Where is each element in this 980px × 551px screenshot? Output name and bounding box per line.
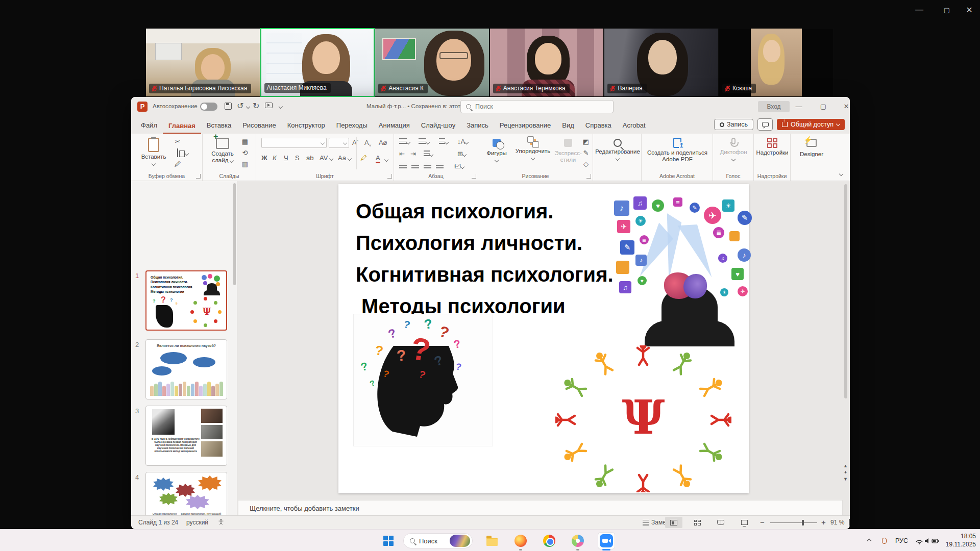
zoom-percent[interactable]: 91 % bbox=[830, 519, 844, 526]
font-size-combo[interactable] bbox=[329, 138, 349, 148]
tab-slideshow[interactable]: Слайд-шоу bbox=[415, 118, 461, 134]
align-right-button[interactable] bbox=[424, 162, 431, 170]
language-switcher[interactable]: РУС bbox=[895, 530, 908, 551]
video-tile[interactable]: Валерия bbox=[604, 28, 719, 97]
video-tile-active-speaker[interactable]: Анастасия Микляева bbox=[260, 28, 375, 97]
strikethrough-button[interactable]: ab bbox=[306, 154, 313, 162]
ppt-restore-button[interactable]: ▢ bbox=[816, 101, 831, 112]
dictate-button[interactable]: Диктофон bbox=[715, 138, 752, 162]
tab-view[interactable]: Вид bbox=[556, 118, 580, 134]
grow-font-button[interactable]: A^ bbox=[352, 139, 358, 146]
font-color-button[interactable]: A bbox=[376, 154, 380, 163]
split-handle-icon[interactable]: ✦ bbox=[842, 469, 849, 476]
columns-button[interactable] bbox=[424, 150, 433, 158]
accessibility-status[interactable] bbox=[218, 519, 227, 525]
slide-thumbnail-2[interactable]: Является ли психология наукой? bbox=[145, 339, 227, 399]
slide-title-text[interactable]: Общая психология.Психология личности.Ког… bbox=[356, 195, 614, 322]
line-spacing-button[interactable] bbox=[439, 138, 448, 145]
collapse-ribbon-chevron-icon[interactable] bbox=[839, 172, 843, 176]
brain-icons-image[interactable]: ♪♫♥✈☀✎≣♪♫♥✈☀✎≣♪♫♥✈☀✎≣ bbox=[613, 193, 751, 342]
change-case-button[interactable]: Aa bbox=[338, 154, 351, 162]
arrange-button[interactable]: Упорядочить bbox=[513, 139, 553, 161]
reset-slide-button[interactable]: ⟲ bbox=[240, 149, 250, 157]
start-slideshow-icon[interactable] bbox=[265, 103, 273, 108]
undo-icon[interactable]: ↺ bbox=[237, 101, 243, 111]
signin-button[interactable]: Вход bbox=[758, 101, 790, 112]
slideshow-view-button[interactable] bbox=[736, 517, 753, 528]
record-button[interactable]: Запись bbox=[714, 119, 753, 130]
comments-button[interactable] bbox=[757, 118, 773, 131]
slide-scrollbar[interactable] bbox=[844, 184, 847, 460]
zoom-out-button[interactable]: − bbox=[760, 518, 765, 527]
fit-to-window-button[interactable] bbox=[849, 519, 850, 527]
underline-button[interactable]: Ч bbox=[284, 154, 288, 162]
zoom-maximize-button[interactable]: ▢ bbox=[939, 6, 954, 14]
tab-animations[interactable]: Анимация bbox=[373, 118, 415, 134]
zoom-minimize-button[interactable]: — bbox=[912, 5, 927, 14]
taskbar-search-box[interactable]: Поиск bbox=[403, 533, 473, 548]
ppt-minimize-button[interactable]: — bbox=[791, 101, 806, 112]
zoom-app-button[interactable] bbox=[598, 533, 615, 549]
ppt-close-button[interactable]: ✕ bbox=[839, 101, 850, 112]
zoom-slider-thumb[interactable] bbox=[802, 520, 804, 525]
video-tile[interactable]: Наталья Борисовна Лисовская bbox=[145, 28, 260, 97]
paint-button[interactable] bbox=[570, 533, 586, 549]
format-painter-button[interactable]: 🖉 bbox=[173, 160, 182, 168]
text-direction-button[interactable]: ↕A bbox=[457, 138, 468, 145]
tab-record[interactable]: Запись bbox=[461, 118, 494, 134]
quick-styles-button[interactable]: Экспресс-стили bbox=[554, 139, 582, 163]
slide-layout-button[interactable]: ▤ bbox=[240, 138, 250, 146]
tab-draw[interactable]: Рисование bbox=[237, 118, 281, 134]
autosave-toggle[interactable] bbox=[200, 103, 217, 111]
save-icon[interactable] bbox=[225, 103, 232, 110]
firefox-button[interactable] bbox=[512, 533, 529, 549]
zoom-slider[interactable] bbox=[770, 522, 817, 523]
system-tray-icons[interactable] bbox=[916, 530, 939, 551]
paragraph-dialog-launcher[interactable] bbox=[472, 174, 476, 179]
tray-expand-button[interactable] bbox=[868, 530, 871, 551]
bullets-button[interactable] bbox=[399, 138, 410, 145]
shape-outline-button[interactable]: ✎ bbox=[581, 149, 591, 157]
character-spacing-button[interactable]: AV bbox=[320, 154, 333, 162]
notes-pane[interactable]: Щелкните, чтобы добавить заметки bbox=[238, 500, 843, 517]
bold-button[interactable]: Ж bbox=[261, 154, 267, 162]
tab-design[interactable]: Конструктор bbox=[282, 118, 331, 134]
video-tile[interactable]: Анастасия К bbox=[375, 28, 489, 97]
increase-indent-button[interactable]: ⇥ bbox=[410, 150, 416, 158]
clear-formatting-button[interactable]: A⌀ bbox=[379, 139, 387, 146]
section-button[interactable]: ▦ bbox=[240, 160, 250, 168]
tab-help[interactable]: Справка bbox=[580, 118, 617, 134]
video-tile[interactable]: Анастасия Теремкова bbox=[489, 28, 604, 97]
shape-effects-button[interactable]: ◇ bbox=[581, 160, 591, 168]
tab-transitions[interactable]: Переходы bbox=[331, 118, 373, 134]
new-slide-button[interactable]: Создатьслайд bbox=[208, 138, 237, 164]
paste-button[interactable]: Вставить bbox=[138, 138, 169, 167]
highlight-button[interactable]: 🖍 bbox=[360, 154, 367, 162]
reading-view-button[interactable] bbox=[712, 517, 729, 528]
shape-fill-button[interactable]: ◩ bbox=[581, 138, 591, 146]
video-tile[interactable]: Ксюша bbox=[719, 28, 834, 97]
tab-acrobat[interactable]: Acrobat bbox=[617, 118, 651, 134]
shadow-button[interactable]: S bbox=[295, 154, 300, 162]
ppt-search-box[interactable]: Поиск bbox=[460, 100, 614, 113]
zoom-in-button[interactable]: + bbox=[821, 518, 826, 527]
qat-customize-chevron-icon[interactable] bbox=[279, 105, 283, 109]
designer-button[interactable]: Designer bbox=[794, 139, 829, 158]
decrease-indent-button[interactable]: ⇤ bbox=[399, 150, 405, 158]
chrome-button[interactable] bbox=[541, 533, 557, 549]
addins-button[interactable]: Надстройки bbox=[755, 138, 790, 156]
file-explorer-button[interactable] bbox=[484, 533, 500, 549]
numbering-button[interactable] bbox=[419, 138, 429, 145]
tab-insert[interactable]: Вставка bbox=[201, 118, 237, 134]
previous-slide-button[interactable]: ▲ bbox=[842, 463, 849, 469]
tab-file[interactable]: Файл bbox=[135, 118, 163, 134]
font-dialog-launcher[interactable] bbox=[387, 174, 392, 179]
slide-thumbnail-3[interactable]: В 1879 году в Лейпцигском университете б… bbox=[145, 406, 227, 466]
thumbnail-scrollbar[interactable] bbox=[233, 183, 236, 285]
convert-smartart-button[interactable]: 🗠 bbox=[454, 162, 464, 170]
tab-review[interactable]: Рецензирование bbox=[494, 118, 556, 134]
clipboard-dialog-launcher[interactable] bbox=[196, 174, 201, 179]
create-pdf-button[interactable]: Создать и поделитьсяAdobe PDF bbox=[644, 138, 711, 163]
shrink-font-button[interactable]: A˅ bbox=[364, 139, 371, 148]
italic-button[interactable]: К bbox=[273, 154, 277, 162]
